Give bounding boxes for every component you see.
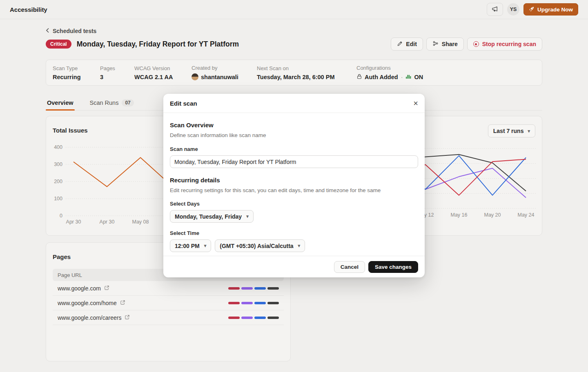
chevron-left-icon	[46, 28, 49, 34]
app-root: Accessibility YS	[0, 0, 588, 372]
scan-overview-subtext: Define scan information like scan name	[170, 132, 418, 138]
scan-info-bar: Scan Type Recurring Pages 3 WCAG Version…	[46, 60, 542, 86]
page-title: Monday, Tuesday, Friday Report for YT Pl…	[77, 40, 239, 49]
info-pages: Pages 3	[100, 65, 134, 80]
info-scan-type: Scan Type Recurring	[53, 65, 100, 80]
external-link-icon[interactable]	[125, 314, 130, 321]
svg-text:May 20: May 20	[484, 212, 501, 218]
rocket-icon	[529, 6, 535, 13]
modal-title: Edit scan	[170, 100, 197, 107]
cancel-button[interactable]: Cancel	[334, 261, 365, 273]
user-avatar[interactable]: YS	[507, 3, 519, 16]
scan-runs-count-badge: 07	[122, 99, 134, 106]
recurring-details-heading: Recurring details	[170, 177, 418, 184]
announcements-button[interactable]	[487, 3, 503, 16]
scan-name-label: Scan name	[170, 146, 418, 152]
breadcrumb[interactable]: Scheduled tests	[46, 28, 96, 34]
svg-text:Apr 30: Apr 30	[100, 219, 115, 225]
severity-bars	[228, 302, 279, 304]
select-time-dropdown[interactable]: 12:00 PM ▾	[170, 239, 211, 252]
svg-text:May 16: May 16	[451, 212, 468, 218]
modal-header: Edit scan ×	[163, 94, 425, 113]
record-stop-icon	[473, 41, 479, 47]
select-days-dropdown[interactable]: Monday, Tuesday, Friday ▾	[170, 210, 254, 223]
page-url: www.google.com/careers	[58, 314, 121, 321]
page-url: www.google.com	[58, 285, 101, 292]
svg-text:300: 300	[54, 162, 62, 167]
scan-name-input[interactable]	[170, 155, 418, 168]
creator-avatar	[192, 73, 198, 80]
info-created-by: Created by shantanuwali	[192, 65, 257, 80]
info-configurations: Configurations Auth Added ·	[356, 65, 423, 81]
page-row[interactable]: www.google.com	[53, 281, 284, 296]
chevron-down-icon: ▾	[246, 214, 249, 219]
info-wcag-version: WCAG Version WCAG 2.1 AA	[134, 65, 192, 80]
svg-text:May 24: May 24	[518, 212, 535, 218]
topbar-actions: YS Upgrade Now	[487, 3, 578, 16]
page-header: Critical Monday, Tuesday, Friday Report …	[46, 38, 542, 51]
tab-scan-runs[interactable]: Scan Runs 07	[89, 95, 135, 110]
stop-label: Stop recurring scan	[482, 41, 536, 47]
stop-recurring-button[interactable]: Stop recurring scan	[467, 38, 542, 51]
info-next-scan: Next Scan on Tuesday, March 28, 6:00 PM	[257, 65, 356, 80]
svg-text:200: 200	[54, 179, 62, 184]
svg-text:0: 0	[60, 213, 62, 219]
pages-table-body: www.google.com www.google.com/home www.g…	[53, 281, 284, 325]
page-row[interactable]: www.google.com/careers	[53, 310, 284, 325]
edit-label: Edit	[406, 41, 416, 47]
pencil-icon	[397, 41, 403, 48]
pages-title: Pages	[53, 253, 71, 260]
app-title: Accessibility	[10, 6, 47, 13]
severity-bars	[228, 317, 279, 319]
select-timezone-dropdown[interactable]: (GMT +05:30) Asia/Calcutta ▾	[215, 239, 305, 252]
modal-body: Scan Overview Define scan information li…	[163, 113, 425, 252]
svg-text:100: 100	[54, 196, 62, 202]
close-icon[interactable]: ×	[413, 99, 418, 107]
lock-icon	[356, 73, 362, 81]
edit-scan-modal: Edit scan × Scan Overview Define scan in…	[163, 94, 425, 277]
severity-badge: Critical	[46, 40, 71, 49]
svg-text:400: 400	[54, 144, 62, 150]
select-days-label: Select Days	[170, 201, 418, 207]
share-button[interactable]: Share	[426, 38, 464, 51]
edit-button[interactable]: Edit	[391, 38, 423, 51]
breadcrumb-label: Scheduled tests	[53, 28, 96, 34]
select-time-label: Select Time	[170, 230, 418, 236]
megaphone-icon	[492, 6, 498, 13]
scan-on-icon	[405, 74, 412, 80]
page-url: www.google.com/home	[58, 300, 117, 306]
share-icon	[432, 40, 439, 48]
tab-overview[interactable]: Overview	[46, 95, 75, 110]
page-row[interactable]: www.google.com/home	[53, 296, 284, 310]
external-link-icon[interactable]	[120, 300, 125, 306]
page-actions: Edit Share Stop recurring scan	[391, 38, 542, 51]
save-changes-button[interactable]: Save changes	[368, 261, 418, 273]
external-link-icon[interactable]	[104, 285, 109, 292]
modal-footer: Cancel Save changes	[163, 256, 425, 277]
svg-text:May 08: May 08	[132, 219, 149, 225]
share-label: Share	[442, 41, 458, 47]
upgrade-label: Upgrade Now	[537, 7, 573, 13]
recurring-details-subtext: Edit recurring settings for this scan, y…	[170, 187, 418, 193]
dot-separator: ·	[401, 74, 403, 80]
scan-overview-heading: Scan Overview	[170, 122, 418, 128]
svg-text:Apr 30: Apr 30	[66, 219, 81, 225]
topbar: Accessibility YS	[0, 0, 588, 19]
chevron-down-icon: ▾	[204, 243, 207, 248]
page-url-column: Page URL	[58, 272, 82, 278]
severity-bars	[228, 287, 279, 290]
upgrade-button[interactable]: Upgrade Now	[523, 3, 578, 16]
scan-on-label: ON	[414, 74, 423, 80]
chevron-down-icon: ▾	[298, 243, 301, 248]
creator-name: shantanuwali	[201, 74, 238, 80]
auth-added-label: Auth Added	[365, 74, 398, 80]
